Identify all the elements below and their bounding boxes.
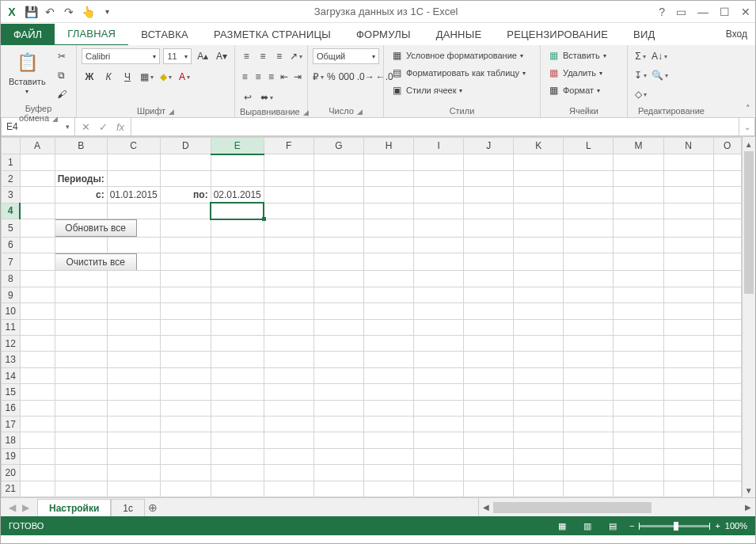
delete-cells-button[interactable]: ▦Удалить▾ [545,66,622,80]
touch-mode-icon[interactable]: 👆 [82,6,94,18]
orientation-icon[interactable]: ↗ [289,48,302,64]
align-center-icon[interactable]: ≡ [253,69,264,85]
format-as-table-button[interactable]: ▤Форматировать как таблицу▾ [389,66,535,80]
format-cells-button[interactable]: ▦Формат▾ [545,83,622,97]
scroll-up-icon[interactable]: ▲ [743,137,755,151]
minimize-icon[interactable]: — [697,6,709,18]
clipboard-launcher-icon[interactable]: ◢ [52,115,58,123]
align-left-icon[interactable]: ≡ [240,69,250,85]
redo-icon[interactable]: ↷ [63,6,75,18]
row-header[interactable]: 16 [2,400,21,416]
sort-filter-icon[interactable]: A↓ [652,48,667,64]
col-header[interactable]: G [313,138,363,154]
align-right-icon[interactable]: ≡ [266,69,276,85]
cut-icon[interactable]: ✂ [54,48,70,64]
close-icon[interactable]: ✕ [741,6,750,18]
row-header[interactable]: 3 [2,187,21,203]
col-header[interactable]: M [614,138,663,154]
col-header[interactable]: K [514,138,564,154]
col-header[interactable]: J [464,138,514,154]
zoom-in-icon[interactable]: + [715,521,720,531]
col-header[interactable]: F [264,138,313,154]
comma-icon[interactable]: 000 [339,69,355,85]
new-sheet-button[interactable]: ⊕ [145,498,161,516]
row-header[interactable]: 15 [2,384,21,400]
copy-icon[interactable]: ⧉ [54,67,70,83]
font-size-combo[interactable]: 11▾ [163,48,192,64]
col-header[interactable]: B [55,138,107,154]
col-header[interactable]: H [364,138,414,154]
qat-customize-icon[interactable]: ▾ [101,6,113,18]
font-name-combo[interactable]: Calibri▾ [82,48,160,64]
row-header[interactable]: 13 [2,352,21,367]
row-header[interactable]: 20 [2,465,21,481]
active-cell[interactable] [211,203,264,219]
col-header[interactable]: I [414,138,464,154]
row-header[interactable]: 10 [2,303,21,319]
shrink-font-icon[interactable]: A▾ [214,48,230,64]
number-launcher-icon[interactable]: ◢ [357,108,363,116]
sheet-tab-active[interactable]: Настройки [37,499,111,516]
border-button[interactable]: ▦ [139,69,154,85]
italic-button[interactable]: К [101,69,116,85]
font-color-button[interactable]: A [177,69,192,85]
percent-icon[interactable]: % [327,69,336,85]
select-all-corner[interactable] [2,138,21,154]
page-layout-view-icon[interactable]: ▥ [579,521,596,531]
zoom-control[interactable]: − + 100% [629,521,747,531]
cell[interactable]: по: [160,187,211,203]
wrap-text-icon[interactable]: ↩ [240,89,256,105]
row-header[interactable]: 5 [2,219,21,238]
normal-view-icon[interactable]: ▦ [553,521,571,531]
scroll-down-icon[interactable]: ▼ [743,483,755,497]
tab-data[interactable]: ДАННЫЕ [424,24,495,45]
col-header[interactable]: D [160,138,211,154]
update-all-button[interactable]: Обновить все [55,219,137,237]
row-header[interactable]: 9 [2,287,21,302]
underline-button[interactable]: Ч [120,69,135,85]
scroll-left-icon[interactable]: ◀ [479,503,493,512]
clear-icon[interactable]: ◇ [633,86,648,102]
tab-view[interactable]: ВИД [621,24,667,45]
insert-cells-button[interactable]: ▦Вставить▾ [545,48,622,63]
row-header[interactable]: 12 [2,336,21,352]
col-header[interactable]: N [663,138,713,154]
col-header[interactable]: L [564,138,614,154]
maximize-icon[interactable]: ☐ [720,6,730,18]
row-header[interactable]: 14 [2,367,21,383]
fill-icon[interactable]: ↧ [633,67,648,83]
indent-dec-icon[interactable]: ⇤ [279,69,290,85]
row-header[interactable]: 21 [2,481,21,496]
number-format-combo[interactable]: Общий▾ [313,48,379,64]
align-middle-icon[interactable]: ≡ [256,48,270,64]
h-scroll-thumb[interactable] [493,502,652,513]
sign-in-link[interactable]: Вход [718,24,755,44]
row-header[interactable]: 18 [2,432,21,448]
tab-layout[interactable]: РАЗМЕТКА СТРАНИЦЫ [201,24,344,45]
v-scroll-thumb[interactable] [744,151,754,294]
tab-nav[interactable]: ◀▶ [1,498,37,516]
save-icon[interactable]: 💾 [25,6,37,18]
tab-formulas[interactable]: ФОРМУЛЫ [344,24,424,45]
row-header[interactable]: 11 [2,319,21,335]
row-header[interactable]: 4 [2,203,21,219]
cell-styles-button[interactable]: ▣Стили ячеек▾ [389,83,535,97]
conditional-format-button[interactable]: ▦Условное форматирование▾ [389,48,535,63]
cancel-formula-icon[interactable]: ✕ [77,121,94,133]
expand-formula-bar-icon[interactable]: ⌄ [739,118,755,136]
horizontal-scrollbar[interactable]: ◀ ▶ [478,498,755,516]
paste-button[interactable]: 📋 Вставить ▾ [6,48,49,97]
cell[interactable]: с: [55,187,107,203]
clear-all-button[interactable]: Очистить все [55,253,137,271]
enter-formula-icon[interactable]: ✓ [94,121,112,133]
row-header[interactable]: 17 [2,416,21,432]
row-header[interactable]: 2 [2,170,21,186]
col-header[interactable]: O [713,138,741,154]
tab-insert[interactable]: ВСТАВКА [128,24,201,45]
cell[interactable]: 01.01.2015 [107,187,160,203]
scroll-right-icon[interactable]: ▶ [741,503,755,512]
find-icon[interactable]: 🔍 [652,67,667,83]
inc-decimal-icon[interactable]: .0→ [358,69,374,85]
fill-color-button[interactable]: ◆ [158,69,173,85]
page-break-view-icon[interactable]: ▤ [604,521,621,531]
